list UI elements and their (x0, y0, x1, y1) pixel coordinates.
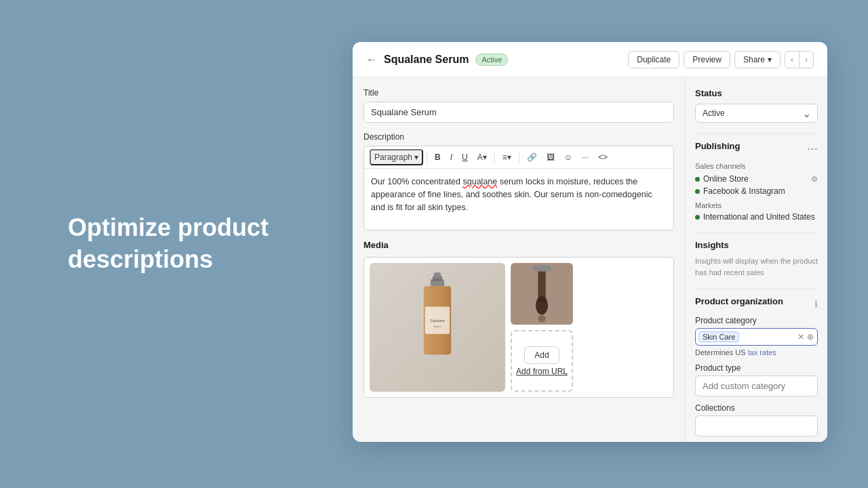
title-section: Title (363, 88, 674, 132)
status-section: Status Active Draft Archived (695, 88, 818, 123)
product-org-title: Product organization (695, 296, 783, 306)
italic-button[interactable]: I (446, 150, 456, 164)
media-label: Media (363, 240, 674, 250)
insights-title: Insights (695, 240, 818, 250)
add-from-url-button[interactable]: Add from URL (516, 367, 568, 376)
link-button[interactable]: 🔗 (523, 150, 541, 164)
panel: ← Squalane Serum Active Duplicate Previe… (353, 42, 827, 442)
product-type-input[interactable] (695, 375, 818, 396)
background-text: Optimize product descriptions (68, 212, 269, 276)
svg-rect-12 (532, 265, 551, 271)
back-icon[interactable]: ← (366, 54, 377, 66)
align-button[interactable]: ≡▾ (498, 150, 515, 164)
code-button[interactable]: <> (594, 150, 612, 164)
editor-container: Paragraph ▾ B I U A▾ ≡▾ 🔗 🖼 ☺ (363, 146, 674, 230)
collections-input[interactable] (695, 415, 818, 436)
product-type-label: Product type (695, 363, 818, 373)
market-left: International and United States (695, 212, 815, 222)
sidebar: Status Active Draft Archived Publishing … (685, 77, 827, 442)
category-label: Product category (695, 316, 818, 325)
browse-category-button[interactable]: ⊕ (806, 332, 814, 342)
channel-settings-icon[interactable]: ⚙ (811, 175, 818, 184)
color-button[interactable]: A▾ (473, 150, 491, 164)
preview-button[interactable]: Preview (684, 51, 730, 68)
market-name: International and United States (703, 212, 815, 222)
chevron-down-icon: ▾ (768, 55, 772, 64)
divider-3 (695, 289, 818, 289)
insights-section: Insights Insights will display when the … (695, 240, 818, 278)
image-button[interactable]: 🖼 (542, 150, 559, 164)
channel-name-1: Online Store (703, 174, 749, 184)
status-select-wrapper: Active Draft Archived (695, 104, 818, 123)
status-title: Status (695, 88, 818, 98)
channel-facebook: Facebook & Instagram (695, 186, 818, 196)
add-more-image: Add Add from URL (511, 330, 573, 392)
bottle-svg: Squalane Serum (390, 272, 485, 382)
market-dot (695, 215, 700, 220)
description-text: Our 100% concentrated squalane serum loc… (371, 177, 652, 212)
emoji-button[interactable]: ☺ (560, 150, 576, 164)
status-select[interactable]: Active Draft Archived (695, 104, 818, 123)
media-grid: Squalane Serum (363, 257, 674, 398)
collections-label: Collections (695, 403, 818, 413)
divider-2 (695, 232, 818, 233)
share-label: Share (743, 55, 765, 64)
toolbar-separator-3 (519, 152, 519, 163)
dropper-svg (511, 263, 573, 325)
sales-channels-label: Sales channels (695, 162, 818, 170)
media-section: Media Sq (363, 240, 674, 398)
editor-content[interactable]: Our 100% concentrated squalane serum loc… (364, 169, 673, 230)
format-picker[interactable]: Paragraph ▾ (370, 149, 423, 165)
publishing-more-button[interactable]: ⋯ (807, 144, 818, 155)
channel-name-2: Facebook & Instagram (703, 186, 785, 196)
dropper-image[interactable] (511, 263, 573, 325)
next-arrow[interactable]: › (800, 51, 814, 68)
main-product-image[interactable]: Squalane Serum (370, 263, 505, 392)
active-dot-2 (695, 189, 700, 194)
prev-arrow[interactable]: ‹ (785, 51, 800, 68)
tax-rates-link[interactable]: tax rates (748, 348, 776, 357)
active-badge: Active (475, 54, 508, 66)
more-toolbar-button[interactable]: ··· (578, 150, 593, 164)
category-actions: ✕ ⊕ (797, 332, 814, 342)
duplicate-button[interactable]: Duplicate (628, 51, 679, 68)
format-label: Paragraph (374, 152, 412, 162)
divider-1 (695, 134, 818, 134)
panel-body: Title Description Paragraph ▾ B I U (353, 77, 827, 442)
active-dot-1 (695, 177, 700, 182)
clear-category-button[interactable]: ✕ (797, 332, 805, 342)
svg-point-11 (538, 314, 545, 322)
publishing-header-row: Publishing ⋯ (695, 141, 818, 157)
product-org-section: Product organization ℹ Product category … (695, 296, 818, 442)
title-input[interactable] (363, 102, 674, 123)
nav-arrows: ‹ › (785, 51, 814, 68)
svg-text:Serum: Serum (433, 325, 441, 328)
underline-button[interactable]: U (458, 150, 472, 164)
toolbar-separator-1 (427, 152, 427, 163)
category-input-wrapper: Skin Care ✕ ⊕ (695, 328, 818, 346)
toolbar-separator-2 (494, 152, 495, 163)
product-bottle-bg: Squalane Serum (370, 263, 505, 392)
editor-toolbar: Paragraph ▾ B I U A▾ ≡▾ 🔗 🖼 ☺ (364, 146, 673, 169)
share-button[interactable]: Share ▾ (734, 51, 781, 68)
bold-button[interactable]: B (431, 150, 445, 164)
collection-tag-wrapper: Facebook & Instagram Shop ✕ (695, 439, 818, 442)
panel-header: ← Squalane Serum Active Duplicate Previe… (353, 42, 827, 77)
tax-line: Determines US tax rates (695, 348, 818, 357)
add-media-button[interactable]: Add (524, 346, 559, 364)
description-section: Description Paragraph ▾ B I U A▾ ≡▾ (363, 132, 674, 230)
svg-rect-2 (434, 272, 441, 278)
channel-left-2: Facebook & Instagram (695, 186, 785, 196)
thumb-column: Add Add from URL (511, 263, 573, 392)
description-label: Description (363, 132, 674, 142)
channel-left-1: Online Store (695, 174, 749, 184)
publishing-section: Publishing ⋯ Sales channels Online Store… (695, 141, 818, 222)
category-tag-label: Skin Care (698, 331, 739, 342)
insights-text: Insights will display when the product h… (695, 256, 818, 278)
product-org-header-row: Product organization ℹ (695, 296, 818, 312)
format-chevron-icon: ▾ (414, 152, 418, 162)
header-actions: Duplicate Preview Share ▾ ‹ › (628, 51, 814, 68)
main-column: Title Description Paragraph ▾ B I U (353, 77, 685, 442)
markets-label: Markets (695, 201, 818, 209)
page-title: Squalane Serum (384, 54, 469, 66)
